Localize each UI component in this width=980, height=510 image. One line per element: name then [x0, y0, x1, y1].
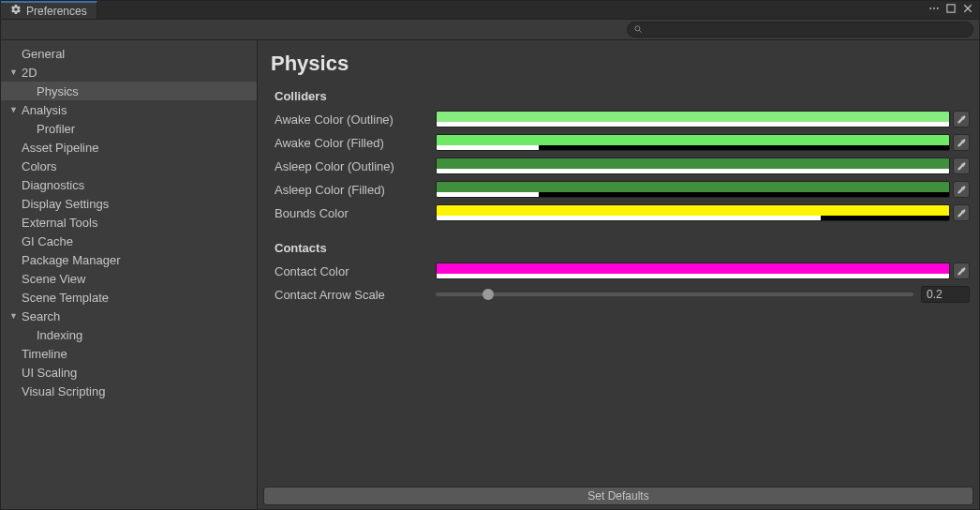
eyedropper-icon[interactable] — [953, 181, 970, 198]
gear-icon — [10, 4, 22, 18]
slider-value-field[interactable]: 0.2 — [921, 286, 970, 303]
sidebar-item-label: Indexing — [37, 328, 82, 342]
tab-preferences[interactable]: Preferences — [1, 1, 97, 19]
property-label: Bounds Color — [275, 206, 436, 220]
sidebar-item-label: General — [22, 47, 65, 61]
maximize-icon[interactable] — [945, 3, 957, 17]
slider-thumb[interactable] — [483, 289, 494, 300]
eyedropper-icon[interactable] — [953, 158, 970, 174]
sidebar-item-2d[interactable]: ▼2D — [1, 63, 257, 82]
color-field[interactable] — [436, 181, 950, 198]
search-text[interactable] — [646, 23, 967, 37]
property-row-contact-arrow-scale: Contact Arrow Scale0.2 — [275, 284, 970, 305]
svg-rect-3 — [947, 5, 955, 12]
section-colliders-header: Colliders — [275, 89, 970, 103]
sidebar-item-label: 2D — [22, 66, 37, 80]
sidebar-item-label: External Tools — [22, 216, 97, 230]
sidebar-item-label: GI Cache — [22, 234, 73, 248]
property-label: Asleep Color (Outline) — [275, 159, 436, 173]
sidebar-item-ui-scaling[interactable]: UI Scaling — [1, 363, 257, 382]
eyedropper-icon[interactable] — [953, 111, 970, 128]
sidebar-item-timeline[interactable]: Timeline — [1, 344, 257, 363]
sidebar-item-label: Package Manager — [22, 253, 121, 267]
titlebar: Preferences — [1, 1, 979, 20]
sidebar-item-label: Diagnostics — [22, 178, 84, 192]
property-label: Awake Color (Outline) — [275, 112, 436, 127]
svg-point-6 — [635, 26, 640, 31]
sidebar-item-diagnostics[interactable]: Diagnostics — [1, 175, 257, 194]
sidebar-item-label: Scene View — [22, 272, 85, 286]
sidebar-item-label: Scene Template — [22, 291, 109, 305]
sidebar-item-label: Display Settings — [22, 197, 109, 211]
svg-point-0 — [929, 8, 931, 9]
sidebar-item-label: Asset Pipeline — [22, 141, 98, 155]
color-field[interactable] — [436, 204, 950, 221]
sidebar-item-physics[interactable]: Physics — [1, 82, 257, 100]
sidebar-item-package-manager[interactable]: Package Manager — [1, 250, 257, 269]
sidebar-item-label: Colors — [22, 159, 57, 173]
eyedropper-icon[interactable] — [953, 262, 970, 279]
sidebar-item-colors[interactable]: Colors — [1, 157, 257, 175]
property-label: Awake Color (Filled) — [275, 136, 436, 150]
property-row-awake_outline: Awake Color (Outline) — [275, 109, 970, 129]
content-panel: Physics Colliders Awake Color (Outline)A… — [258, 40, 979, 509]
property-label: Asleep Color (Filled) — [275, 183, 436, 197]
color-field[interactable] — [436, 158, 950, 174]
chevron-down-icon[interactable]: ▼ — [9, 68, 19, 77]
sidebar-item-visual-scripting[interactable]: Visual Scripting — [1, 382, 257, 400]
sidebar-item-scene-template[interactable]: Scene Template — [1, 288, 257, 307]
sidebar-item-asset-pipeline[interactable]: Asset Pipeline — [1, 138, 257, 157]
toolbar — [1, 20, 979, 40]
set-defaults-button[interactable]: Set Defaults — [263, 487, 973, 505]
property-row-asleep_filled: Asleep Color (Filled) — [275, 179, 970, 200]
svg-point-1 — [933, 8, 935, 9]
sidebar-item-profiler[interactable]: Profiler — [1, 119, 257, 138]
sidebar-item-display-settings[interactable]: Display Settings — [1, 194, 257, 213]
sidebar: General▼2DPhysics▼AnalysisProfilerAsset … — [1, 40, 258, 509]
more-icon[interactable] — [928, 3, 940, 17]
chevron-down-icon[interactable]: ▼ — [9, 311, 19, 321]
sidebar-item-indexing[interactable]: Indexing — [1, 325, 257, 344]
property-row-bounds: Bounds Color — [275, 202, 970, 223]
section-contacts-header: Contacts — [275, 241, 970, 255]
sidebar-item-label: UI Scaling — [22, 366, 77, 380]
eyedropper-icon[interactable] — [953, 204, 970, 221]
page-title: Physics — [271, 52, 970, 76]
search-icon — [633, 22, 643, 37]
sidebar-item-label: Timeline — [22, 347, 67, 361]
sidebar-item-gi-cache[interactable]: GI Cache — [1, 232, 257, 250]
svg-line-7 — [639, 30, 642, 33]
color-field[interactable] — [436, 111, 950, 128]
sidebar-item-label: Search — [22, 309, 60, 323]
property-label: Contact Color — [275, 264, 436, 278]
sidebar-item-label: Visual Scripting — [22, 384, 105, 398]
sidebar-item-scene-view[interactable]: Scene View — [1, 269, 257, 288]
property-row-contact-color: Contact Color — [275, 261, 970, 281]
close-icon[interactable] — [962, 3, 973, 17]
tab-label: Preferences — [26, 5, 87, 18]
sidebar-item-search[interactable]: ▼Search — [1, 307, 257, 325]
color-field[interactable] — [436, 134, 950, 151]
svg-point-2 — [937, 8, 939, 9]
color-field[interactable] — [436, 262, 950, 279]
eyedropper-icon[interactable] — [953, 134, 970, 151]
sidebar-item-label: Analysis — [22, 103, 67, 117]
chevron-down-icon[interactable]: ▼ — [9, 105, 19, 114]
sidebar-item-external-tools[interactable]: External Tools — [1, 213, 257, 232]
search-input[interactable] — [627, 22, 973, 38]
property-label: Contact Arrow Scale — [275, 288, 436, 302]
sidebar-item-label: Physics — [37, 84, 79, 98]
sidebar-item-analysis[interactable]: ▼Analysis — [1, 100, 257, 119]
preferences-window: Preferences General▼2DPhysics▼AnalysisPr… — [0, 0, 980, 510]
property-row-asleep_outline: Asleep Color (Outline) — [275, 156, 970, 176]
sidebar-item-label: Profiler — [37, 122, 75, 136]
property-row-awake_filled: Awake Color (Filled) — [275, 132, 970, 153]
sidebar-item-general[interactable]: General — [1, 44, 257, 63]
slider[interactable] — [436, 292, 913, 296]
